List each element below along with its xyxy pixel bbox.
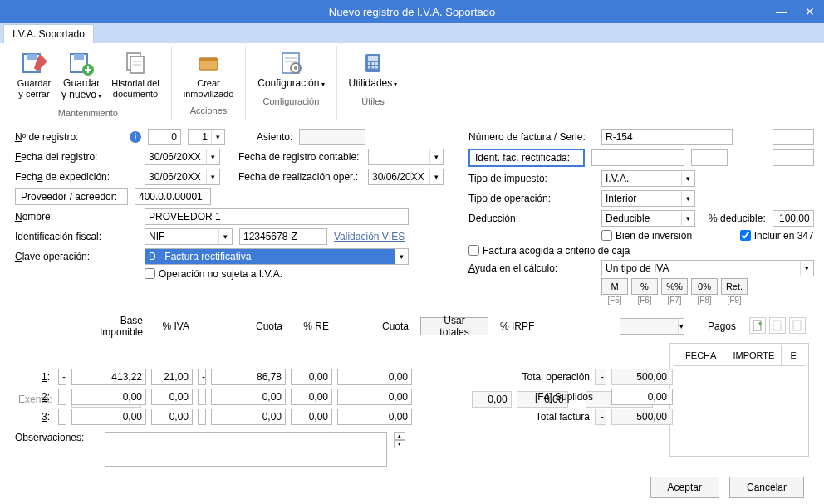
close-button[interactable]: ✕ bbox=[796, 0, 824, 23]
bien-inv-box[interactable] bbox=[601, 230, 612, 241]
create-asset-button[interactable]: Crearinmovilizado bbox=[179, 46, 239, 102]
calc-pct-button[interactable]: % bbox=[631, 278, 658, 295]
row-cuota2[interactable]: 0,00 bbox=[337, 389, 412, 405]
usar-totales-button[interactable]: Usar totales bbox=[420, 317, 488, 335]
ident-rect-b-input[interactable] bbox=[691, 149, 728, 166]
ident-rect-a-input[interactable] bbox=[591, 149, 684, 166]
row-cuota[interactable]: 86,78 bbox=[211, 369, 286, 385]
row-neg[interactable] bbox=[58, 389, 66, 405]
row-cuota2[interactable]: 0,00 bbox=[337, 369, 412, 385]
pagos-col-importe: IMPORTE bbox=[723, 345, 782, 365]
op-no-sujeta-box[interactable] bbox=[145, 268, 155, 279]
info-icon[interactable]: i bbox=[130, 131, 141, 143]
row-cuota[interactable]: 0,00 bbox=[211, 389, 286, 405]
label-fecha-reg: Fecha del registro: bbox=[15, 151, 138, 163]
row-pre[interactable]: 0,00 bbox=[291, 369, 332, 385]
clave-op-dd[interactable]: ▾ bbox=[395, 248, 409, 265]
row-cneg[interactable]: - bbox=[198, 369, 206, 385]
doc-history-button[interactable]: Historial deldocumento bbox=[106, 46, 164, 105]
row-neg[interactable] bbox=[58, 409, 66, 425]
num-fact-input[interactable] bbox=[601, 129, 733, 145]
ayuda-dd[interactable]: ▾ bbox=[800, 260, 814, 276]
fecha-reg-cont-input[interactable] bbox=[368, 149, 429, 165]
row-piva[interactable]: 0,00 bbox=[151, 389, 193, 405]
row-pre[interactable]: 0,00 bbox=[291, 389, 332, 405]
clave-op-input[interactable] bbox=[145, 248, 395, 265]
fecha-exp-input[interactable] bbox=[145, 169, 206, 185]
utils-button[interactable]: Utilidades bbox=[344, 46, 403, 93]
fecha-exp-dd[interactable]: ▾ bbox=[206, 169, 220, 185]
pagos-body[interactable] bbox=[674, 366, 805, 454]
deduccion-dd[interactable]: ▾ bbox=[681, 210, 695, 227]
calc-ret-button[interactable]: Ret. bbox=[721, 278, 748, 295]
minimize-button[interactable]: — bbox=[768, 0, 796, 23]
calc-m-button[interactable]: M bbox=[601, 278, 628, 295]
incluir347-check[interactable]: Incluir en 347 bbox=[740, 230, 814, 242]
fecha-reg-dd[interactable]: ▾ bbox=[206, 149, 220, 165]
fact-caja-check[interactable]: Factura acogida a criterio de caja bbox=[468, 245, 630, 257]
row-label: 2: bbox=[15, 389, 53, 404]
suplidos-val[interactable]: 0,00 bbox=[611, 389, 673, 405]
observ-textarea[interactable] bbox=[105, 432, 387, 467]
tipo-imp-input[interactable] bbox=[601, 170, 681, 187]
pagos-edit-icon[interactable] bbox=[769, 317, 786, 334]
hdr-pct-re: % RE bbox=[291, 319, 332, 334]
row-base[interactable]: 0,00 bbox=[71, 389, 146, 405]
bien-inv-check[interactable]: Bien de inversión bbox=[601, 230, 692, 242]
save-new-button[interactable]: Guardary nuevo bbox=[56, 46, 106, 105]
nreg-b-input[interactable] bbox=[188, 129, 211, 145]
label-observ: Observaciones: bbox=[15, 432, 98, 443]
ayuda-input[interactable] bbox=[601, 260, 800, 276]
valid-vies-link[interactable]: Validación VIES bbox=[334, 231, 405, 242]
hdr-cuota: Cuota bbox=[211, 319, 286, 334]
fecha-real-input[interactable] bbox=[368, 169, 429, 185]
row-base[interactable]: 413,22 bbox=[71, 369, 146, 385]
serie-input[interactable] bbox=[772, 129, 814, 145]
fecha-real-dd[interactable]: ▾ bbox=[429, 169, 444, 185]
ident-rect-c-input[interactable] bbox=[772, 149, 814, 166]
pagos-del-icon[interactable] bbox=[789, 317, 806, 334]
ident-tipo-dd[interactable]: ▾ bbox=[218, 228, 233, 245]
nreg-b-dd[interactable]: ▾ bbox=[211, 129, 225, 145]
observ-spinner[interactable]: ▴▾ bbox=[394, 432, 405, 448]
row-cneg[interactable] bbox=[198, 389, 206, 405]
pct-deducible-input[interactable] bbox=[772, 210, 814, 227]
tipo-op-dd[interactable]: ▾ bbox=[681, 190, 695, 207]
incluir347-box[interactable] bbox=[740, 230, 751, 241]
fecha-reg-cont-dd[interactable]: ▾ bbox=[429, 149, 444, 165]
ident-tipo-input[interactable] bbox=[145, 228, 218, 245]
config-button[interactable]: Configuración bbox=[253, 46, 329, 93]
fact-caja-box[interactable] bbox=[468, 245, 479, 256]
total-op-val: 500,00 bbox=[611, 369, 673, 385]
row-piva[interactable]: 0,00 bbox=[151, 409, 193, 425]
deduccion-input[interactable] bbox=[601, 210, 681, 227]
nreg-a-input[interactable] bbox=[148, 129, 181, 145]
row-cuota2[interactable]: 0,00 bbox=[337, 409, 412, 425]
tipo-imp-dd[interactable]: ▾ bbox=[681, 170, 695, 187]
row-base[interactable]: 0,00 bbox=[71, 409, 146, 425]
row-piva[interactable]: 21,00 bbox=[151, 369, 193, 385]
aceptar-button[interactable]: Aceptar bbox=[650, 477, 719, 498]
ident-num-input[interactable] bbox=[239, 228, 327, 245]
proveedor-input[interactable] bbox=[135, 188, 211, 205]
label-ident-rect[interactable]: Ident. fac. rectificada: bbox=[468, 149, 585, 167]
tab-iva-soportado[interactable]: I.V.A. Soportado bbox=[3, 24, 94, 43]
fecha-reg-input[interactable] bbox=[145, 149, 206, 165]
row-pre[interactable]: 0,00 bbox=[291, 409, 332, 425]
cancelar-button[interactable]: Cancelar bbox=[729, 477, 804, 498]
calc-pctpct-button[interactable]: %% bbox=[661, 278, 688, 295]
svg-rect-1 bbox=[27, 54, 37, 60]
row-cuota[interactable]: 0,00 bbox=[211, 409, 286, 425]
label-proveedor[interactable]: Proveedor / acreedor: bbox=[15, 188, 128, 205]
nombre-input[interactable] bbox=[145, 208, 409, 225]
irpf-sel-dd[interactable]: ▾ bbox=[678, 318, 684, 335]
op-no-sujeta-check[interactable]: Operación no sujeta a I.V.A. bbox=[145, 268, 282, 280]
save-close-button[interactable]: Guardary cerrar bbox=[12, 46, 56, 105]
hdr-pct-iva: % IVA bbox=[151, 319, 193, 334]
pagos-new-icon[interactable] bbox=[749, 317, 766, 334]
calc-zero-button[interactable]: 0% bbox=[691, 278, 718, 295]
row-neg[interactable]: - bbox=[58, 369, 66, 385]
tipo-op-input[interactable] bbox=[601, 190, 681, 207]
irpf-sel-input[interactable] bbox=[620, 318, 678, 335]
row-cneg[interactable] bbox=[198, 409, 206, 425]
